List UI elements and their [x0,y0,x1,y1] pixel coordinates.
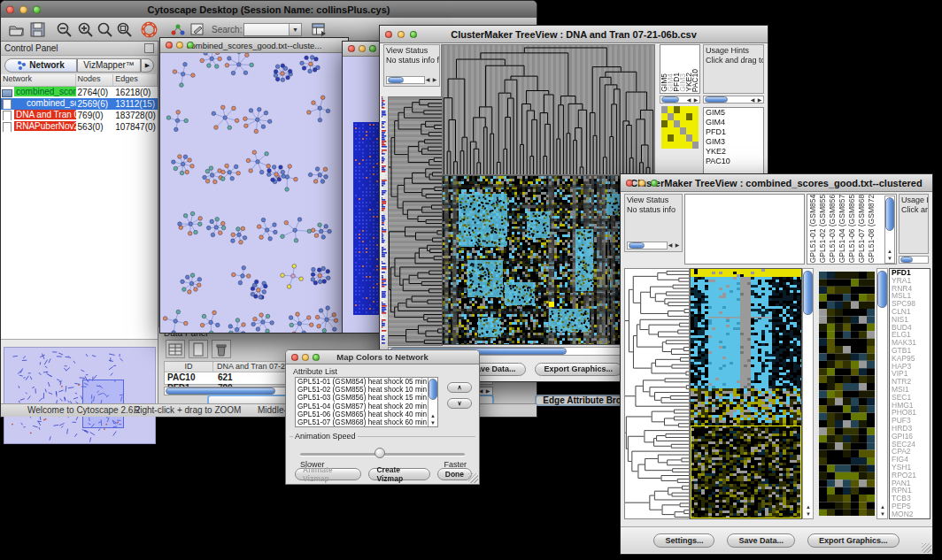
dialog-button[interactable]: Create Vizmap [368,468,429,480]
resize-grip[interactable] [922,543,931,553]
attribute-item[interactable]: GPL51-02 (GSM855) heat shock 10 min [296,386,437,394]
zoom-button[interactable] [313,354,320,361]
network-canvas[interactable] [160,53,346,333]
main-titlebar[interactable]: Cytoscape Desktop (Session Name: collins… [1,1,537,19]
dialog-titlebar[interactable]: Map Colors to Network [286,350,479,364]
network-list-header[interactable]: NetworkNodesEdges [1,74,158,87]
matrix-hscrollbar[interactable]: ◀▶ [660,96,700,104]
matrix-cell[interactable] [668,106,674,113]
network-nodes-icon[interactable] [169,21,186,38]
matrix-cell[interactable] [668,113,674,120]
treeview2-button[interactable]: Export Graphics... [807,533,900,548]
matrix-cell[interactable] [686,106,692,113]
minimize-button[interactable] [359,45,366,52]
search-input[interactable]: ▼ [243,23,302,36]
column-labels-vscrollbar[interactable]: ▲▼ [884,196,895,264]
matrix-cell[interactable] [692,142,699,149]
heatmap-vscrollbar[interactable]: ▲▼ [802,268,814,519]
network-row[interactable]: DNA and Tran 07 769(0) 183728(0) [1,110,158,121]
save-icon[interactable] [29,21,46,38]
row-dendrogram[interactable] [624,268,690,519]
network-overview-thumbnail[interactable] [4,347,156,444]
attribute-list[interactable]: GPL51-01 (GSM854) heat shock 05 minGPL51… [295,377,438,427]
matrix-cell[interactable] [674,120,680,127]
select-attributes-icon[interactable] [166,340,185,358]
dialog-button[interactable]: Done [437,468,472,480]
matrix-cell[interactable] [692,134,699,142]
view-status-scrollbar[interactable] [627,242,668,249]
zoom-selected-icon[interactable] [97,21,113,38]
zoom-vscrollbar[interactable]: ▲▼ [876,268,888,519]
close-button[interactable] [385,31,392,38]
treeview2-button[interactable]: Save Data... [727,533,795,548]
zoom-in-icon[interactable] [77,21,94,38]
attribute-list-vscrollbar[interactable]: ▲▼ [428,378,437,426]
gene-item[interactable]: PFD1 [706,127,763,137]
close-button[interactable] [348,45,355,52]
matrix-cell[interactable] [661,134,668,142]
matrix-cell[interactable] [668,142,674,149]
gene-item[interactable]: PAC10 [706,157,763,166]
zoom-button[interactable] [369,45,376,52]
minimize-button[interactable] [19,5,27,13]
matrix-cell[interactable] [661,106,668,113]
slider-thumb[interactable] [374,448,385,458]
matrix-cell[interactable] [692,106,699,113]
new-attribute-icon[interactable] [189,340,208,358]
zoom-button[interactable] [651,180,658,187]
column-dendrogram-area[interactable] [684,194,805,265]
treeview1-titlebar[interactable]: ClusterMaker TreeView : DNA and Tran 07-… [380,26,768,43]
matrix-cell[interactable] [692,113,699,120]
import-table-icon[interactable] [311,21,328,38]
gene-item[interactable]: GIM5 [706,108,763,118]
gene-item[interactable]: GIM4 [706,118,763,127]
matrix-cell[interactable] [692,120,699,127]
gene-item[interactable]: YKE2 [706,147,763,157]
matrix-cell[interactable] [668,127,674,134]
matrix-cell[interactable] [680,134,686,142]
matrix-cell[interactable] [668,134,674,142]
matrix-cell[interactable] [661,127,668,134]
usage-hints-scrollbar[interactable] [899,256,929,264]
close-button[interactable] [6,5,14,13]
network-view-titlebar[interactable]: combined_scores_good.txt--cluste... [160,38,348,53]
network-row[interactable]: combined_sco 2569(6) 13112(15) [1,98,158,110]
gene-item[interactable]: MON2 [892,510,930,518]
matrix-cell[interactable] [674,142,680,149]
heatmap-main[interactable] [690,268,802,519]
zoom-button[interactable] [187,42,194,49]
column-label[interactable]: PAC10 [691,45,698,93]
resize-grip[interactable] [468,473,478,483]
matrix-cell[interactable] [686,134,692,142]
zoom-button[interactable] [33,5,41,13]
close-button[interactable] [166,42,173,49]
move-down-button[interactable]: ∨ [447,398,472,409]
heatmap-zoom[interactable] [819,272,875,516]
attribute-item[interactable]: GPL51-07 (GSM868) heat shock 60 min [296,418,437,426]
minimize-button[interactable] [398,31,405,38]
network-row[interactable]: RNAPuberNov2+ 563(0) 107847(0) [1,121,158,133]
open-folder-icon[interactable] [8,21,25,38]
matrix-cell[interactable] [661,142,668,149]
global-pixel-strip[interactable] [382,96,387,344]
matrix-cell[interactable] [680,120,686,127]
close-button[interactable] [291,354,298,361]
matrix-cell[interactable] [680,142,686,149]
matrix-cell[interactable] [674,134,680,142]
help-lifesaver-icon[interactable] [141,21,158,38]
column-label[interactable]: GPL51-08 (GSM872) [868,195,877,264]
attribute-item[interactable]: GPL51-01 (GSM854) heat shock 05 min [296,378,437,386]
matrix-cell[interactable] [674,106,680,113]
matrix-cell[interactable] [692,127,699,134]
matrix-cell[interactable] [680,106,686,113]
tab-vizmapper[interactable]: VizMapper™ [77,58,141,73]
treeview1-button[interactable]: Export Graphics... [535,363,623,376]
matrix-cell[interactable] [674,113,680,120]
matrix-cell[interactable] [680,127,686,134]
float-panel-icon[interactable] [144,43,154,53]
matrix-cell[interactable] [668,120,674,127]
close-button[interactable] [626,180,633,187]
zoom-out-icon[interactable] [56,21,73,38]
attribute-item[interactable]: GPL51-06 (GSM865) heat shock 40 min [296,410,437,418]
view-status-scrollbar[interactable] [386,76,425,84]
